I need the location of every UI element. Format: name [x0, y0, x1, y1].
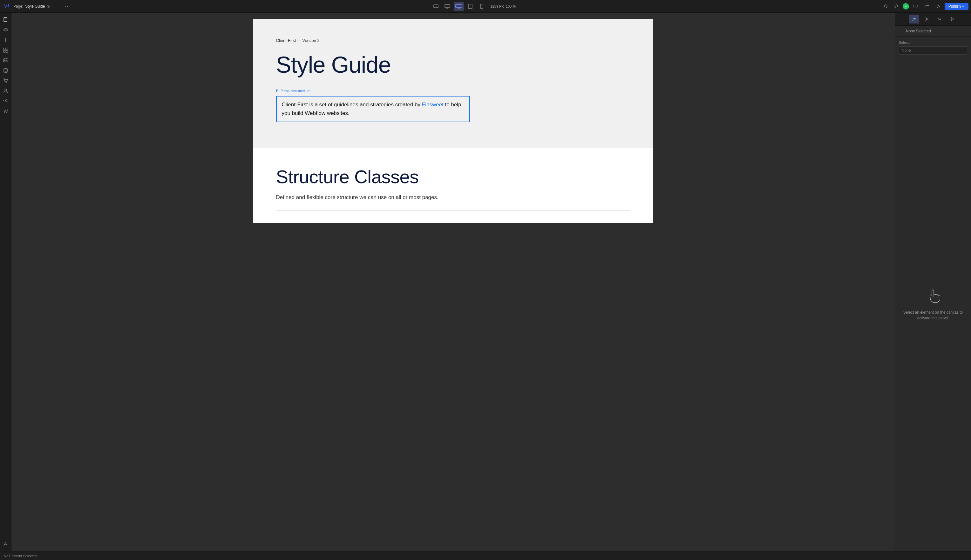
main-layout: Client-First — Version 2 Style Guide P P… — [0, 13, 971, 551]
svg-point-12 — [481, 8, 482, 8]
code-editor-btn[interactable] — [910, 2, 921, 11]
left-sidebar — [0, 13, 12, 551]
empty-state-description: Select an element on the canvas to activ… — [901, 310, 964, 321]
structure-title: Structure Classes — [276, 167, 630, 187]
sidebar-item-assets[interactable] — [1, 56, 10, 65]
svg-marker-40 — [951, 17, 954, 21]
svg-rect-30 — [3, 100, 5, 101]
right-panel: None Selected Selector Select an element… — [895, 13, 971, 551]
topbar: Page: Style Guide ⊙ ⋯ 1259 PX 100 % — [0, 0, 971, 13]
section-divider — [276, 210, 630, 210]
share-btn[interactable] — [922, 2, 932, 11]
svg-rect-31 — [7, 99, 8, 100]
publish-button[interactable]: Publish — [944, 3, 968, 10]
page-label: Page: — [13, 4, 23, 8]
svg-rect-22 — [3, 50, 5, 52]
device-switcher: 1259 PX 100 % — [71, 2, 878, 11]
svg-point-28 — [6, 82, 7, 83]
finsweet-link[interactable]: Finsweet — [422, 102, 444, 108]
sidebar-item-add[interactable] — [1, 35, 10, 45]
sidebar-item-layers[interactable] — [1, 25, 10, 34]
page-name: Style Guide — [25, 4, 45, 8]
sidebar-item-fonts[interactable] — [1, 540, 10, 548]
sidebar-item-users[interactable] — [1, 87, 10, 95]
style-panel-btn[interactable] — [909, 15, 919, 23]
undo-redo-group — [881, 2, 901, 11]
tag-label-text: P text-size-medium — [281, 89, 311, 93]
element-tag-label: P P text-size-medium — [276, 88, 630, 95]
none-selected-header: None Selected — [895, 26, 971, 37]
topbar-right: Publish — [878, 2, 971, 11]
more-options-icon[interactable]: ⋯ — [64, 3, 71, 9]
page-title: Style Guide — [276, 52, 630, 77]
sidebar-item-variables[interactable] — [1, 107, 10, 115]
svg-rect-3 — [445, 5, 450, 8]
empty-state: Select an element on the canvas to activ… — [895, 58, 971, 551]
svg-rect-17 — [5, 20, 6, 20]
hero-section: Client-First — Version 2 Style Guide P P… — [253, 19, 653, 148]
svg-rect-32 — [7, 101, 8, 102]
sidebar-item-components[interactable] — [1, 46, 10, 55]
selector-section: Selector — [895, 37, 971, 58]
element-status: No Element Selected — [4, 554, 37, 558]
canvas-area[interactable]: Client-First — Version 2 Style Guide P P… — [12, 13, 895, 551]
structure-subtitle: Defined and flexible core structure we c… — [276, 194, 630, 201]
description-text-before: Client-First is a set of guidelines and … — [282, 102, 422, 108]
topbar-left: Page: Style Guide ⊙ — [0, 2, 64, 11]
svg-marker-13 — [937, 5, 939, 8]
selector-label: Selector — [899, 41, 967, 45]
svg-rect-6 — [456, 5, 462, 8]
page-content: Client-First — Version 2 Style Guide P P… — [253, 19, 653, 223]
none-selected-checkbox — [899, 29, 903, 33]
bottom-bar: No Element Selected — [0, 551, 971, 560]
sidebar-item-pages[interactable] — [1, 15, 10, 24]
svg-rect-20 — [3, 48, 5, 50]
interactions-panel-btn[interactable] — [947, 15, 957, 23]
device-desktop-btn[interactable] — [442, 2, 453, 11]
cursor-icon — [927, 289, 939, 306]
svg-point-26 — [4, 68, 8, 70]
undo-btn[interactable] — [881, 2, 891, 11]
breadcrumb: Client-First — Version 2 — [276, 38, 630, 43]
save-status-indicator — [902, 3, 909, 10]
sidebar-item-cms[interactable] — [1, 66, 10, 75]
none-selected-label: None Selected — [906, 29, 931, 33]
settings-panel-btn[interactable] — [922, 15, 932, 23]
webflow-logo-icon[interactable] — [3, 2, 12, 11]
page-settings-icon[interactable]: ⊙ — [47, 4, 50, 8]
svg-point-38 — [926, 18, 928, 20]
svg-rect-14 — [4, 17, 7, 22]
preview-btn[interactable] — [933, 2, 943, 11]
svg-rect-15 — [5, 18, 7, 18]
selector-input[interactable] — [899, 47, 967, 55]
paint-panel-btn[interactable] — [934, 15, 944, 23]
device-tablet-btn[interactable] — [465, 2, 475, 11]
sidebar-item-ecommerce[interactable] — [1, 76, 10, 85]
svg-point-29 — [5, 89, 7, 91]
selected-text-block[interactable]: Client-First is a set of guidelines and … — [276, 96, 470, 122]
redo-btn[interactable] — [891, 2, 901, 11]
svg-point-10 — [470, 8, 471, 8]
viewport-size-display: 1259 PX 100 % — [488, 5, 518, 8]
device-widescreen-btn[interactable] — [454, 2, 464, 11]
structure-section: Structure Classes Defined and flexible c… — [253, 148, 653, 223]
svg-rect-23 — [6, 50, 8, 52]
svg-point-27 — [5, 82, 5, 83]
sidebar-item-logic[interactable] — [1, 97, 10, 105]
device-mobile-btn[interactable] — [476, 2, 487, 11]
device-desktop-sm-btn[interactable] — [431, 2, 441, 11]
svg-rect-21 — [6, 48, 8, 50]
svg-rect-0 — [434, 5, 438, 8]
